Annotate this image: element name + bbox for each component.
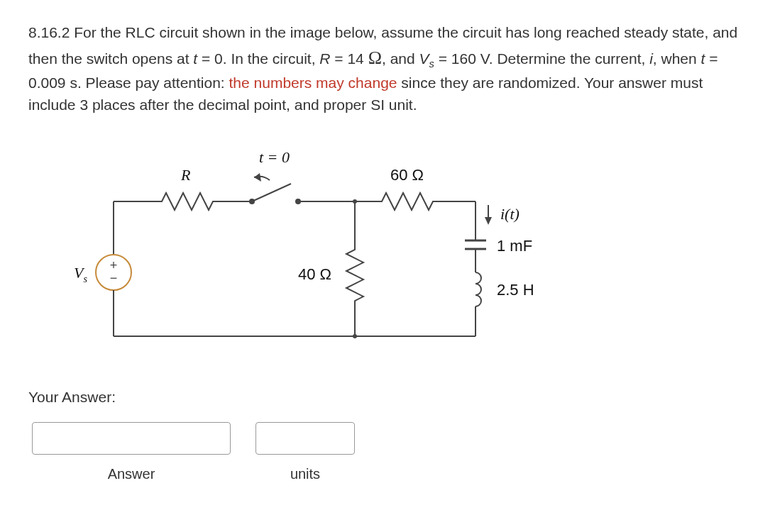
switch-label: t = 0	[259, 148, 290, 166]
resistor-40-label: 40 Ω	[298, 265, 331, 283]
your-answer-heading: Your Answer:	[28, 386, 747, 409]
resistor-R-label: R	[180, 166, 191, 184]
source-label: Vs	[74, 264, 87, 284]
units-input[interactable]	[255, 422, 355, 455]
svg-line-3	[252, 184, 291, 201]
capacitor-label: 1 mF	[497, 237, 532, 255]
problem-statement: 8.16.2 For the RLC circuit shown in the …	[28, 21, 747, 116]
svg-text:+: +	[110, 258, 118, 272]
resistor-60-label: 60 Ω	[390, 166, 424, 184]
answer-section: Answer units	[32, 422, 747, 484]
inductor-label: 2.5 H	[497, 281, 534, 299]
circuit-diagram: + − t = 0 R 60 Ω 40 Ω i(t) 1 mF 2.5 H Vs	[43, 131, 747, 365]
answer-input-label: Answer	[108, 463, 155, 484]
answer-input[interactable]	[32, 422, 231, 455]
svg-marker-12	[485, 217, 492, 225]
svg-text:−: −	[110, 271, 118, 285]
svg-marker-5	[254, 173, 261, 182]
units-input-label: units	[290, 463, 320, 484]
current-label: i(t)	[500, 205, 520, 223]
